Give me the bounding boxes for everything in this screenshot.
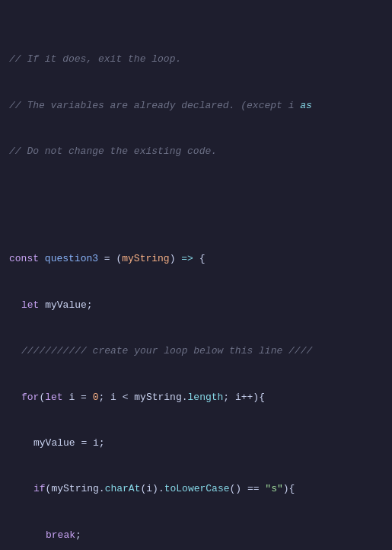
comment-line-1: // If it does, exit the loop.: [0, 52, 392, 67]
comment-line-3: // Do not change the existing code.: [0, 144, 392, 159]
code-line-break: break;: [0, 528, 392, 543]
code-line-if-charat: if(myString.charAt(i).toLowerCase() == "…: [0, 481, 392, 497]
code-line-let: let myValue;: [0, 298, 392, 313]
comment-line-loop-below: /////////// create your loop below this …: [0, 344, 392, 359]
code-line-for: for(let i = 0; i < myString.length; i++)…: [0, 390, 392, 405]
comment-line-2: // The variables are already declared. (…: [0, 98, 392, 114]
code-editor: // If it does, exit the loop. // The var…: [0, 0, 392, 550]
blank-line-1: [0, 190, 392, 206]
code-line-myvalue-assign: myValue = i;: [0, 436, 392, 451]
code-line-q3-def: const question3 = (myString) => {: [0, 251, 392, 267]
